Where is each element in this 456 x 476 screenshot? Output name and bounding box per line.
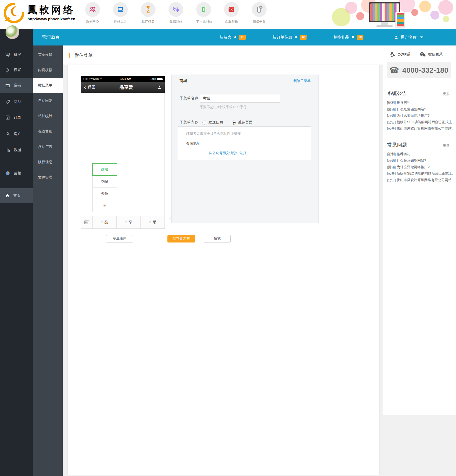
keyboard-icon[interactable] [81, 216, 93, 228]
submenu-online-service[interactable]: 在线客服 [33, 124, 63, 139]
notif-new-messages[interactable]: 新留言 10 [220, 29, 246, 45]
announcements-section: 系统公告 更多 [福利] 推荐有礼 [营销] 什么是营销型网站? [营销] 为什… [383, 90, 456, 132]
list-item[interactable]: [公告] 新版带SEO功能的网站后台已正式上. [387, 170, 453, 177]
list-item[interactable]: [营销] 为什么要做网络推广? [387, 112, 453, 119]
service-email[interactable]: 企业邮箱 [224, 2, 239, 24]
list-item[interactable]: [营销] 什么是营销型网站? [387, 106, 453, 113]
faq-more-link[interactable]: 更多 [443, 143, 450, 148]
form-header: 商城 删除子菜单 [177, 75, 313, 87]
menu-tab-2[interactable]: ⊙ 享 [117, 216, 141, 228]
gear-icon [5, 67, 10, 73]
notif-new-orders[interactable]: 新订单信息 10 [272, 29, 307, 45]
submenu-popup-item-sales[interactable]: 销量 [92, 176, 117, 188]
secondary-sidebar: 首页横幅 内页横幅 微信菜单 自动回复 站长统计 在线客服 浮动广告 版权信息 … [33, 45, 63, 476]
laptop-icon [113, 2, 128, 17]
page-url-input[interactable] [207, 140, 285, 147]
content-panel: ●●●●● WeChat 1:21 AM 100% 返回 品享爱 [67, 65, 380, 475]
faq-title: 常见问题 [387, 141, 407, 148]
notif-count-badge: 10 [239, 35, 246, 40]
submenu-wechat-menu[interactable]: 微信菜单 [33, 78, 63, 93]
submenu-popup-item-qualification[interactable]: 资质 [92, 188, 117, 200]
list-item[interactable]: [公告] 新版带SEO功能的网站后台已正式上. [387, 119, 453, 126]
delete-submenu-link[interactable]: 删除子菜单 [293, 79, 311, 83]
list-item[interactable]: [福利] 推荐有礼 [387, 151, 453, 158]
list-item[interactable]: [福利] 推荐有礼 [387, 99, 453, 106]
wechat-icon [419, 51, 426, 58]
back-button[interactable]: 返回 [84, 85, 95, 90]
decor-bubble [430, 11, 439, 20]
menu-tab-3[interactable]: ⊙ 爱 [141, 216, 165, 228]
submenu-auto-reply[interactable]: 自动回复 [33, 93, 63, 108]
radio-send-message[interactable] [202, 121, 206, 125]
sidebar-item-home[interactable]: 首页 [0, 188, 33, 203]
submenu-inner-banner[interactable]: 内页横幅 [33, 63, 63, 77]
faq-list: [福利] 推荐有礼 [营销] 什么是营销型网站? [营销] 为什么要做网络推广?… [383, 148, 456, 184]
user-menu[interactable]: 用户名称 [394, 29, 423, 45]
submenu-site-stats[interactable]: 站长统计 [33, 109, 63, 123]
battery-label: 100% [149, 77, 156, 80]
phone-graphic [395, 12, 405, 28]
menu-tab-1[interactable]: ⊙ 品 [93, 216, 117, 228]
radio-jump-page[interactable] [232, 121, 236, 125]
submenu-popup-item-shop[interactable]: 商城 [92, 163, 117, 176]
sidebar-item-shop[interactable]: 店铺 [0, 78, 33, 93]
qq-contact[interactable]: QQ联系 [389, 51, 410, 58]
submenu-copyright[interactable]: 版权信息 [33, 155, 63, 170]
radio-send-message-label[interactable]: 发送信息 [208, 120, 223, 125]
preview-button[interactable]: 预览 [204, 235, 231, 242]
wechat-contact[interactable]: 微信联系 [419, 51, 443, 58]
title-accent-bar [69, 53, 70, 58]
sidebar-item-products[interactable]: 商品 [0, 94, 33, 109]
contact-person-icon[interactable] [157, 85, 162, 90]
sidebar-item-data[interactable]: 数据 [0, 143, 33, 157]
submenu-floating-ad[interactable]: 浮动广告 [33, 139, 63, 154]
notif-count-badge: 10 [357, 35, 363, 40]
page-title: 微信菜单 [69, 52, 93, 58]
submenu-name-input[interactable] [200, 94, 280, 103]
submenu-popup-add-button[interactable]: + [92, 200, 117, 212]
list-item[interactable]: [公告] 佛山市凤软计算机网络有限公司网站.. [387, 177, 453, 184]
chevron-down-icon [420, 36, 423, 38]
name-label: 子菜单名称 [180, 96, 200, 101]
announcements-header: 系统公告 更多 [383, 90, 456, 97]
service-case-center[interactable]: 案例中心 [85, 2, 100, 24]
notif-count-badge: 10 [300, 35, 307, 40]
decor-bubble [438, 0, 453, 15]
content-type-row: 子菜单内容 发送信息 跳转页面 [180, 120, 318, 125]
service-web-design[interactable]: 网站设计 [113, 2, 128, 24]
service-sms[interactable]: 短信平台 [252, 2, 267, 24]
submenu-home-banner[interactable]: 首页横幅 [33, 47, 63, 62]
jump-link-box: 订阅者点击该子菜单会跳到以下链接 页面地址 从公众号图文消息中选择 [178, 126, 311, 160]
list-item[interactable]: [营销] 为什么要做网络推广? [387, 164, 453, 171]
tab-dot-icon: ⊙ [125, 221, 127, 224]
radio-jump-page-label[interactable]: 跳转页面 [238, 120, 253, 125]
sidebar-item-orders[interactable]: 订单 [0, 110, 33, 125]
service-special-site[interactable]: 非一般网站 [196, 2, 211, 24]
wechat-phone-preview: ●●●●● WeChat 1:21 AM 100% 返回 品享爱 [81, 76, 165, 229]
content-label: 子菜单内容 [180, 120, 200, 125]
qq-icon [389, 51, 395, 58]
menu-sort-button[interactable]: 菜单排序 [106, 235, 133, 242]
phone-menu-bar: ⊙ 品 ⊙ 享 ⊙ 爱 [81, 216, 165, 229]
service-seo-ranking[interactable]: 推广排名 [141, 2, 156, 24]
battery-icon [157, 78, 162, 80]
sidebar-item-overview[interactable]: 概况 [0, 47, 33, 62]
pick-from-articles-link[interactable]: 从公众号图文消息中选择 [209, 151, 247, 155]
sidebar-item-settings[interactable]: 设置 [0, 63, 33, 77]
header-services: 案例中心 网站设计 推广排名 [85, 2, 267, 24]
submenu-file-manager[interactable]: 文件管理 [33, 170, 63, 185]
page-title-bar: 微信菜单 [63, 45, 383, 65]
sidebar-item-marketing[interactable]: 营销 [0, 166, 33, 181]
phone-nav-bar: 返回 品享爱 [81, 82, 165, 93]
brand[interactable]: 鳳軟网络 http://www.phoenixsoft.cn [3, 2, 75, 24]
submenu-popup: 商城 销量 资质 + [92, 163, 117, 212]
list-item[interactable]: [营销] 什么是营销型网站? [387, 157, 453, 164]
notif-gift-exchange[interactable]: 兑换礼品 10 [333, 29, 363, 45]
announcements-more-link[interactable]: 更多 [443, 91, 450, 96]
avatar[interactable] [6, 25, 19, 39]
bell-icon [233, 35, 237, 39]
service-wechat-site[interactable]: 微信网站 [168, 2, 183, 24]
sidebar-item-customers[interactable]: 客户 [0, 127, 33, 141]
save-publish-button[interactable]: 保存并发布 [167, 235, 195, 242]
list-item[interactable]: [公告] 佛山市凤软计算机网络有限公司网站.. [387, 125, 453, 132]
